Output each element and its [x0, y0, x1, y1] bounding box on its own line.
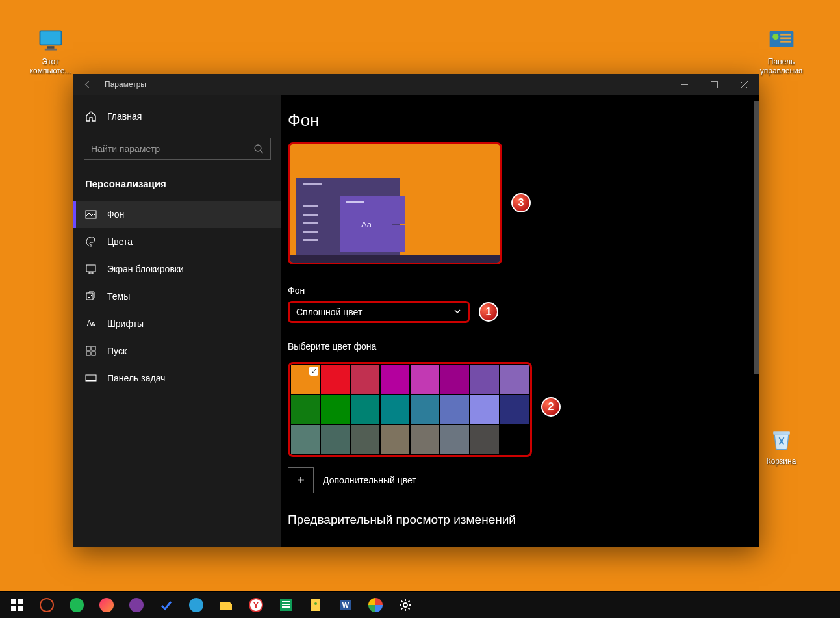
- chevron-down-icon: [453, 307, 461, 317]
- desktop-icon-control-panel[interactable]: Панель управления: [754, 26, 809, 75]
- svg-rect-15: [86, 265, 95, 272]
- color-swatch[interactable]: ✓: [291, 365, 320, 394]
- color-swatch[interactable]: [321, 365, 350, 394]
- taskbar-app[interactable]: W: [331, 592, 360, 619]
- color-palette: ✓: [288, 362, 532, 457]
- color-swatch[interactable]: [321, 425, 350, 454]
- color-swatch[interactable]: [470, 365, 499, 394]
- taskbar-app[interactable]: [272, 592, 300, 619]
- sidebar-item-background[interactable]: Фон: [73, 201, 281, 228]
- taskbar-app[interactable]: [301, 592, 330, 619]
- desktop-icon-label: Этот компьюте...: [23, 57, 78, 75]
- taskbar-app[interactable]: [62, 592, 91, 619]
- svg-rect-26: [11, 606, 16, 611]
- home-link[interactable]: Главная: [73, 103, 281, 130]
- svg-rect-23: [86, 380, 96, 381]
- svg-point-33: [314, 602, 317, 605]
- taskbar-app[interactable]: [122, 592, 151, 619]
- subheading: Предварительный просмотр изменений: [288, 513, 743, 527]
- svg-point-12: [255, 145, 261, 151]
- color-swatch[interactable]: [440, 395, 469, 424]
- svg-point-36: [403, 603, 407, 607]
- color-swatch[interactable]: [411, 395, 439, 424]
- sidebar-item-themes[interactable]: Темы: [73, 283, 281, 310]
- monitor-icon: [36, 26, 65, 55]
- taskbar-settings[interactable]: [391, 592, 420, 619]
- color-swatch[interactable]: [381, 395, 409, 424]
- color-swatch[interactable]: [500, 425, 529, 454]
- titlebar[interactable]: Параметры: [73, 74, 759, 95]
- close-button[interactable]: [729, 74, 759, 95]
- taskbar: Y W: [0, 591, 840, 618]
- svg-rect-2: [47, 46, 54, 49]
- taskbar-app[interactable]: [212, 592, 240, 619]
- background-label: Фон: [288, 285, 743, 296]
- search-icon: [253, 144, 264, 154]
- color-swatch[interactable]: [351, 365, 379, 394]
- taskbar-app[interactable]: [361, 592, 390, 619]
- color-swatch[interactable]: [440, 425, 469, 454]
- color-swatch[interactable]: [500, 365, 529, 394]
- svg-rect-20: [86, 352, 90, 355]
- svg-line-13: [261, 151, 263, 153]
- home-icon: [85, 110, 97, 122]
- maximize-button[interactable]: [699, 74, 729, 95]
- color-swatch[interactable]: [291, 395, 320, 424]
- color-swatch[interactable]: [381, 365, 409, 394]
- taskbar-app[interactable]: [92, 592, 121, 619]
- picture-icon: [85, 209, 97, 220]
- svg-rect-18: [86, 346, 90, 350]
- sidebar-item-taskbar[interactable]: Панель задач: [73, 365, 281, 392]
- scrollbar[interactable]: [754, 95, 759, 547]
- window-title: Параметры: [102, 80, 146, 89]
- color-swatch[interactable]: [440, 365, 469, 394]
- svg-rect-30: [282, 604, 290, 605]
- nav-label: Экран блокировки: [107, 264, 184, 274]
- nav-label: Темы: [107, 291, 130, 302]
- desktop-icon-this-pc[interactable]: Этот компьюте...: [23, 26, 78, 75]
- svg-rect-24: [11, 599, 16, 604]
- dropdown-value: Сплошной цвет: [296, 307, 362, 317]
- svg-rect-25: [18, 599, 23, 604]
- color-swatch[interactable]: [351, 425, 379, 454]
- svg-rect-9: [773, 431, 790, 435]
- color-swatch[interactable]: [381, 425, 409, 454]
- taskbar-app[interactable]: Y: [242, 592, 270, 619]
- page-title: Фон: [288, 110, 743, 131]
- sidebar-item-lockscreen[interactable]: Экран блокировки: [73, 255, 281, 283]
- color-swatch[interactable]: [351, 395, 379, 424]
- taskbar-app[interactable]: [152, 592, 181, 619]
- color-swatch[interactable]: [321, 395, 350, 424]
- color-swatch[interactable]: [470, 395, 499, 424]
- taskbar-app[interactable]: [182, 592, 210, 619]
- taskbar-app[interactable]: [32, 592, 61, 619]
- nav-label: Пуск: [107, 346, 127, 356]
- color-swatch[interactable]: [291, 425, 320, 454]
- color-swatch[interactable]: [411, 365, 439, 394]
- sidebar-item-fonts[interactable]: Aᴀ Шрифты: [73, 310, 281, 337]
- sidebar-item-start[interactable]: Пуск: [73, 337, 281, 365]
- category-title: Персонализация: [73, 173, 281, 201]
- svg-rect-27: [18, 606, 23, 611]
- desktop-icon-recycle-bin[interactable]: Корзина: [754, 426, 809, 466]
- color-swatch[interactable]: [470, 425, 499, 454]
- palette-icon: [85, 236, 97, 248]
- svg-rect-3: [44, 49, 56, 51]
- desktop-icon-label: Панель управления: [754, 57, 809, 75]
- nav-label: Фон: [107, 209, 124, 220]
- start-button[interactable]: [3, 592, 31, 619]
- nav-label: Цвета: [107, 237, 133, 247]
- search-input[interactable]: Найти параметр: [84, 138, 271, 160]
- minimize-button[interactable]: [669, 74, 699, 95]
- background-preview: Aa: [288, 142, 502, 264]
- color-swatch[interactable]: [411, 425, 439, 454]
- back-button[interactable]: [73, 74, 102, 95]
- svg-rect-17: [86, 293, 93, 300]
- color-swatch[interactable]: [500, 395, 529, 424]
- custom-color-button[interactable]: + Дополнительный цвет: [288, 467, 743, 493]
- lockscreen-icon: [85, 263, 97, 275]
- content-area: Фон Aa 3 Фон Сплошной цвет: [281, 95, 759, 547]
- sidebar-item-colors[interactable]: Цвета: [73, 228, 281, 255]
- callout-3: 3: [511, 193, 531, 212]
- background-dropdown[interactable]: Сплошной цвет: [288, 301, 470, 323]
